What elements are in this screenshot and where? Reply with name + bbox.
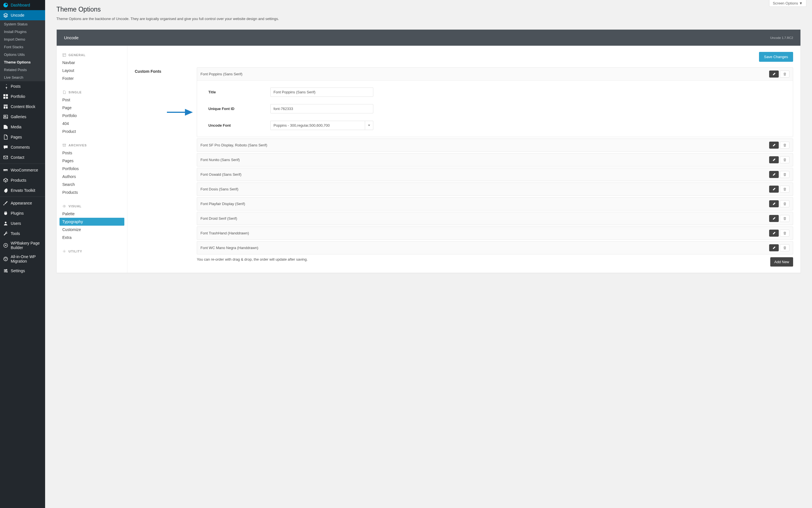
menu-posts[interactable]: Posts — [0, 81, 45, 91]
menu-contact[interactable]: Contact — [0, 152, 45, 163]
delete-button[interactable] — [780, 141, 790, 149]
svg-point-14 — [5, 270, 6, 271]
opt-typography[interactable]: Typography — [59, 218, 124, 226]
menu-media[interactable]: Media — [0, 122, 45, 132]
menu-label: Plugins — [11, 211, 24, 215]
menu-settings[interactable]: Settings — [0, 266, 45, 276]
comment-icon — [3, 144, 8, 150]
opt-pages[interactable]: Pages — [59, 157, 124, 165]
delete-button[interactable] — [780, 171, 790, 178]
wpbakery-icon — [3, 243, 8, 248]
font-item[interactable]: Font SF Pro Display, Roboto (Sans Serif) — [197, 138, 793, 152]
screen-options-toggle[interactable]: Screen Options ▼ — [769, 0, 806, 7]
edit-button[interactable] — [769, 244, 779, 251]
font-item[interactable]: Font Droid Serif (Serif) — [197, 212, 793, 225]
menu-products[interactable]: Products — [0, 175, 45, 185]
edit-button[interactable] — [769, 171, 779, 178]
add-new-button[interactable]: Add New — [770, 257, 793, 266]
submenu-item[interactable]: Import Demo — [0, 36, 45, 43]
user-icon — [3, 221, 8, 226]
edit-button[interactable] — [769, 156, 779, 163]
font-item[interactable]: Font Oswald (Sans Serif) — [197, 168, 793, 181]
save-button[interactable]: Save Changes — [759, 52, 793, 62]
delete-button[interactable] — [780, 215, 790, 222]
svg-rect-5 — [4, 107, 5, 109]
edit-button[interactable] — [769, 185, 779, 193]
menu-aio-migration[interactable]: All-in-One WP Migration — [0, 252, 45, 266]
svg-rect-16 — [63, 54, 66, 57]
submenu-item[interactable]: Install Plugins — [0, 28, 45, 36]
delete-button[interactable] — [780, 71, 790, 78]
menu-plugins[interactable]: Plugins — [0, 208, 45, 218]
edit-button[interactable] — [769, 229, 779, 237]
font-item[interactable]: Font Playfair Display (Serif) — [197, 197, 793, 210]
svg-point-19 — [64, 251, 65, 252]
opt-post[interactable]: Post — [59, 96, 124, 104]
menu-uncode[interactable]: Uncode — [0, 10, 45, 20]
menu-label: Comments — [11, 145, 30, 150]
svg-point-18 — [64, 206, 65, 207]
menu-wpbakery[interactable]: WPBakery Page Builder — [0, 239, 45, 252]
opt-navbar[interactable]: Navbar — [59, 59, 124, 67]
edit-button[interactable] — [769, 200, 779, 207]
title-input[interactable] — [270, 87, 373, 97]
menu-dashboard[interactable]: Dashboard — [0, 0, 45, 10]
delete-button[interactable] — [780, 244, 790, 251]
menu-users[interactable]: Users — [0, 218, 45, 228]
font-item[interactable]: Font Nunito (Sans Serif) — [197, 153, 793, 166]
opt-footer[interactable]: Footer — [59, 75, 124, 82]
menu-label: Products — [11, 178, 26, 182]
edit-button[interactable] — [769, 215, 779, 222]
opt-customize[interactable]: Customize — [59, 226, 124, 234]
menu-label: Galleries — [11, 115, 26, 119]
group-visual: VISUAL — [59, 203, 124, 210]
submenu-item[interactable]: Theme Options — [0, 58, 45, 66]
opt-page[interactable]: Page — [59, 104, 124, 112]
font-select[interactable]: Poppins - 300,regular,500,600,700 — [270, 121, 365, 130]
submenu-item[interactable]: Related Posts — [0, 66, 45, 74]
layers-icon — [3, 12, 8, 18]
menu-portfolio[interactable]: Portfolio — [0, 91, 45, 101]
menu-galleries[interactable]: Galleries — [0, 112, 45, 122]
edit-button[interactable] — [769, 71, 779, 78]
edit-button[interactable] — [769, 141, 779, 149]
delete-button[interactable] — [780, 229, 790, 237]
menu-appearance[interactable]: Appearance — [0, 198, 45, 208]
opt-search[interactable]: Search — [59, 180, 124, 188]
submenu-item[interactable]: Font Stacks — [0, 43, 45, 51]
opt-layout[interactable]: Layout — [59, 67, 124, 75]
fontid-input[interactable] — [270, 104, 373, 113]
delete-button[interactable] — [780, 156, 790, 163]
submenu-item[interactable]: System Status — [0, 20, 45, 28]
menu-envato[interactable]: Envato Toolkit — [0, 185, 45, 196]
opt-palette[interactable]: Palette — [59, 210, 124, 218]
opt-authors[interactable]: Authors — [59, 173, 124, 180]
submenu-item[interactable]: Live Search — [0, 74, 45, 81]
panel-title: Uncode — [64, 35, 79, 40]
font-item[interactable]: Font TrashHand (Handdrawn) — [197, 226, 793, 240]
menu-tools[interactable]: Tools — [0, 228, 45, 239]
menu-content-block[interactable]: Content Block — [0, 101, 45, 112]
font-item[interactable]: Font Dosis (Sans Serif) — [197, 182, 793, 196]
menu-comments[interactable]: Comments — [0, 142, 45, 152]
chevron-down-icon[interactable] — [365, 121, 373, 130]
menu-label: Portfolio — [11, 94, 25, 99]
font-item[interactable]: Font WC Mano Negra (Handdrawn) — [197, 241, 793, 254]
menu-woocommerce[interactable]: WooCommerce — [0, 165, 45, 175]
delete-button[interactable] — [780, 200, 790, 207]
fonts-list: Font Poppins (Sans Serif) Title — [197, 68, 793, 266]
menu-label: Posts — [11, 84, 20, 89]
opt-product[interactable]: Product — [59, 127, 124, 135]
svg-point-15 — [6, 271, 8, 272]
opt-portfolios[interactable]: Portfolios — [59, 165, 124, 173]
opt-extra[interactable]: Extra — [59, 234, 124, 242]
opt-portfolio[interactable]: Portfolio — [59, 112, 124, 120]
menu-pages[interactable]: Pages — [0, 132, 45, 142]
pin-icon — [3, 84, 8, 89]
opt-products[interactable]: Products — [59, 188, 124, 196]
opt-posts[interactable]: Posts — [59, 149, 124, 157]
submenu-item[interactable]: Options Utils — [0, 51, 45, 58]
file-icon — [62, 90, 66, 94]
opt-404[interactable]: 404 — [59, 120, 124, 127]
delete-button[interactable] — [780, 185, 790, 193]
